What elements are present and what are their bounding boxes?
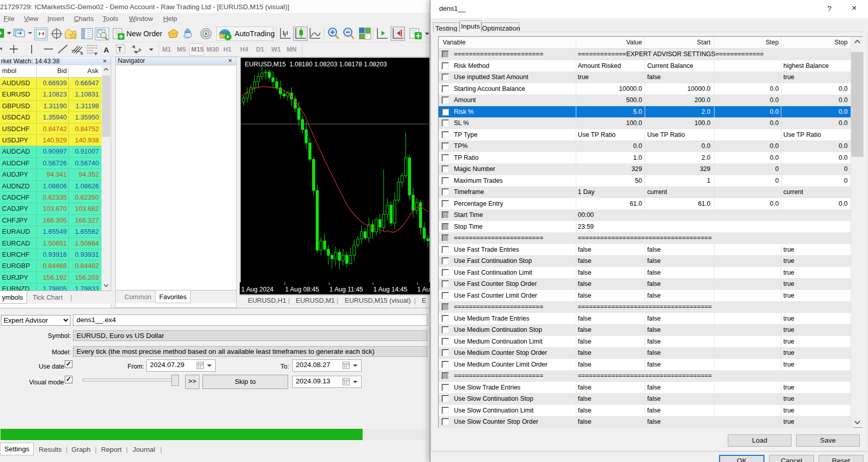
svg-text:A: A [104,45,109,54]
svg-text:F: F [95,52,97,56]
svg-text:T: T [118,46,122,53]
svg-text:New Order: New Order [126,30,162,38]
svg-text:AutoTrading: AutoTrading [235,30,274,38]
svg-text:E: E [81,51,84,56]
